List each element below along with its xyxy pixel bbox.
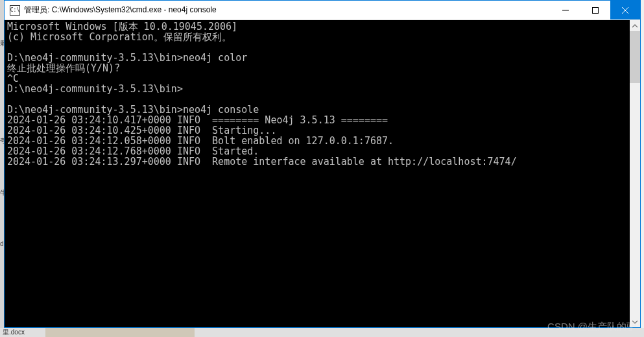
terminal-output[interactable]: Microsoft Windows [版本 10.0.19045.2006](c…	[5, 20, 630, 327]
terminal-line: D:\neo4j-community-3.5.13\bin>neo4j colo…	[7, 53, 627, 63]
terminal-line: Microsoft Windows [版本 10.0.19045.2006]	[7, 21, 627, 32]
window-controls	[551, 1, 640, 19]
taskbar-item-label: 里.docx	[3, 328, 25, 337]
terminal-line: D:\neo4j-community-3.5.13\bin>	[7, 84, 627, 94]
terminal-line: 2024-01-26 03:24:10.417+0000 INFO ======…	[7, 115, 627, 125]
terminal-line: 2024-01-26 03:24:10.425+0000 INFO Starti…	[7, 125, 627, 136]
cmd-window: C:\ 管理员: C:\Windows\System32\cmd.exe - n…	[4, 0, 641, 328]
terminal-line: 终止批处理操作吗(Y/N)?	[7, 63, 627, 73]
terminal-line: 2024-01-26 03:24:12.768+0000 INFO Starte…	[7, 146, 627, 156]
minimize-button[interactable]	[551, 1, 580, 19]
terminal-area: Microsoft Windows [版本 10.0.19045.2006](c…	[5, 20, 640, 327]
terminal-line: 2024-01-26 03:24:12.058+0000 INFO Bolt e…	[7, 136, 627, 146]
terminal-line	[7, 42, 627, 53]
scroll-thumb[interactable]	[630, 31, 640, 83]
close-button[interactable]	[610, 1, 640, 19]
scroll-down-button[interactable]	[630, 316, 640, 327]
terminal-line: 2024-01-26 03:24:13.297+0000 INFO Remote…	[7, 156, 627, 167]
scroll-up-button[interactable]	[630, 20, 640, 31]
minimize-icon	[562, 7, 569, 14]
close-icon	[622, 7, 628, 14]
maximize-icon	[592, 7, 599, 14]
terminal-line: ^C	[7, 73, 627, 84]
window-title: 管理员: C:\Windows\System32\cmd.exe - neo4j…	[24, 5, 551, 16]
chevron-up-icon	[632, 23, 638, 29]
titlebar[interactable]: C:\ 管理员: C:\Windows\System32\cmd.exe - n…	[5, 1, 640, 20]
edge-frag: d	[0, 240, 4, 247]
terminal-line: D:\neo4j-community-3.5.13\bin>neo4j cons…	[7, 105, 627, 115]
scroll-track[interactable]	[630, 31, 640, 316]
chevron-down-icon	[632, 319, 638, 325]
vertical-scrollbar[interactable]	[630, 20, 640, 327]
terminal-line	[7, 94, 627, 105]
svg-rect-1	[593, 7, 599, 13]
maximize-button[interactable]	[580, 1, 610, 19]
terminal-line: (c) Microsoft Corporation。保留所有权利。	[7, 32, 627, 42]
taskbar-fragment: 里.docx	[0, 328, 644, 337]
cmd-icon: C:\	[10, 5, 20, 16]
